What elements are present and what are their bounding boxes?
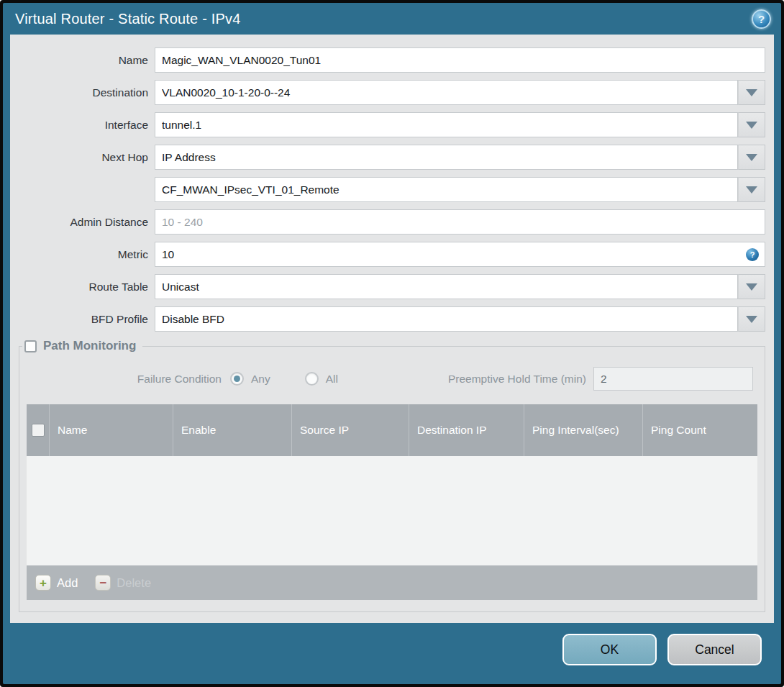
ok-button[interactable]: OK xyxy=(562,634,657,665)
failure-condition-row: Failure Condition Any All Preemptive Hol… xyxy=(19,366,753,391)
interface-input[interactable] xyxy=(155,112,738,137)
route-table-label: Route Table xyxy=(10,281,155,294)
next-hop-address-dropdown-button[interactable] xyxy=(738,177,765,202)
metric-input[interactable] xyxy=(155,242,765,267)
table-toolbar: + Add − Delete xyxy=(27,565,757,600)
destination-dropdown-button[interactable] xyxy=(738,80,765,105)
failure-condition-all-label: All xyxy=(326,373,338,386)
table-header-ping-interval: Ping Interval(sec) xyxy=(524,404,642,456)
chevron-down-icon xyxy=(746,89,757,96)
table-header-enable: Enable xyxy=(173,404,291,456)
form-row-name: Name xyxy=(10,47,765,73)
admin-distance-label: Admin Distance xyxy=(10,216,155,229)
bfd-profile-label: BFD Profile xyxy=(10,313,155,326)
chevron-down-icon xyxy=(746,186,757,194)
admin-distance-field xyxy=(155,209,765,235)
form-row-next-hop-address xyxy=(10,177,765,202)
next-hop-address-field xyxy=(155,177,765,202)
name-input[interactable] xyxy=(155,47,765,73)
dialog-content: Name Destination Interface xyxy=(10,35,774,623)
static-route-dialog: Virtual Router - Static Route - IPv4 ? N… xyxy=(3,3,781,684)
plus-icon: + xyxy=(35,575,51,591)
path-monitoring-checkbox[interactable] xyxy=(24,340,37,352)
dialog-titlebar: Virtual Router - Static Route - IPv4 ? xyxy=(3,3,781,35)
dialog-frame: Virtual Router - Static Route - IPv4 ? N… xyxy=(0,0,784,687)
form-row-interface: Interface xyxy=(10,112,765,137)
admin-distance-input[interactable] xyxy=(155,209,765,235)
route-table-input[interactable] xyxy=(155,274,738,299)
failure-condition-all-radio[interactable] xyxy=(305,372,319,386)
next-hop-dropdown-button[interactable] xyxy=(738,145,765,170)
dialog-footer: OK Cancel xyxy=(3,623,781,684)
chevron-down-icon xyxy=(746,122,757,129)
dialog-title: Virtual Router - Static Route - IPv4 xyxy=(15,11,752,27)
next-hop-field xyxy=(155,145,765,170)
form-row-bfd-profile: BFD Profile xyxy=(10,306,765,332)
next-hop-type-input[interactable] xyxy=(155,145,738,170)
path-monitoring-table: Name Enable Source IP Destination IP Pin… xyxy=(27,404,757,600)
form-row-metric: Metric ? xyxy=(10,242,765,267)
form-row-admin-distance: Admin Distance xyxy=(10,209,765,235)
form-row-next-hop: Next Hop xyxy=(10,145,765,170)
path-monitoring-legend: Path Monitoring xyxy=(22,339,142,353)
failure-condition-label: Failure Condition xyxy=(19,373,230,386)
table-header-name: Name xyxy=(49,404,173,456)
add-button-label: Add xyxy=(57,576,78,590)
table-header-destination-ip: Destination IP xyxy=(409,404,524,456)
preemptive-hold-time-label: Preemptive Hold Time (min) xyxy=(448,373,593,386)
table-header-select-cell xyxy=(27,404,49,456)
chevron-down-icon xyxy=(746,283,757,291)
table-header-row: Name Enable Source IP Destination IP Pin… xyxy=(27,404,757,456)
bfd-profile-input[interactable] xyxy=(155,306,738,332)
destination-label: Destination xyxy=(10,86,155,99)
form-row-route-table: Route Table xyxy=(10,274,765,299)
table-body-empty xyxy=(27,456,757,565)
delete-button-label: Delete xyxy=(117,576,151,590)
form-row-destination: Destination xyxy=(10,80,765,105)
interface-dropdown-button[interactable] xyxy=(738,112,765,137)
metric-help-icon[interactable]: ? xyxy=(746,248,759,261)
chevron-down-icon xyxy=(746,316,757,323)
cancel-button[interactable]: Cancel xyxy=(667,634,762,665)
name-field xyxy=(155,47,765,73)
name-label: Name xyxy=(10,54,155,67)
delete-button[interactable]: − Delete xyxy=(95,575,151,591)
metric-field: ? xyxy=(155,242,765,267)
path-monitoring-section: Path Monitoring Failure Condition Any Al… xyxy=(19,339,765,612)
bfd-profile-dropdown-button[interactable] xyxy=(738,306,765,332)
route-table-field xyxy=(155,274,765,299)
failure-condition-any-label: Any xyxy=(251,373,270,386)
help-icon[interactable]: ? xyxy=(752,9,771,29)
next-hop-address-input[interactable] xyxy=(155,177,738,202)
next-hop-label: Next Hop xyxy=(10,151,155,164)
bfd-profile-field xyxy=(155,306,765,332)
table-header-ping-count: Ping Count xyxy=(642,404,757,456)
table-header-source-ip: Source IP xyxy=(291,404,409,456)
destination-input[interactable] xyxy=(155,80,738,105)
preemptive-hold-time-input[interactable] xyxy=(593,367,753,391)
minus-icon: − xyxy=(95,575,111,591)
metric-label: Metric xyxy=(10,248,155,261)
destination-field xyxy=(155,80,765,105)
add-button[interactable]: + Add xyxy=(35,575,78,591)
interface-label: Interface xyxy=(10,119,155,132)
failure-condition-any-radio[interactable] xyxy=(230,372,244,386)
route-table-dropdown-button[interactable] xyxy=(738,274,765,299)
select-all-checkbox[interactable] xyxy=(32,424,45,437)
path-monitoring-title: Path Monitoring xyxy=(43,339,136,353)
interface-field xyxy=(155,112,765,137)
chevron-down-icon xyxy=(746,154,757,161)
